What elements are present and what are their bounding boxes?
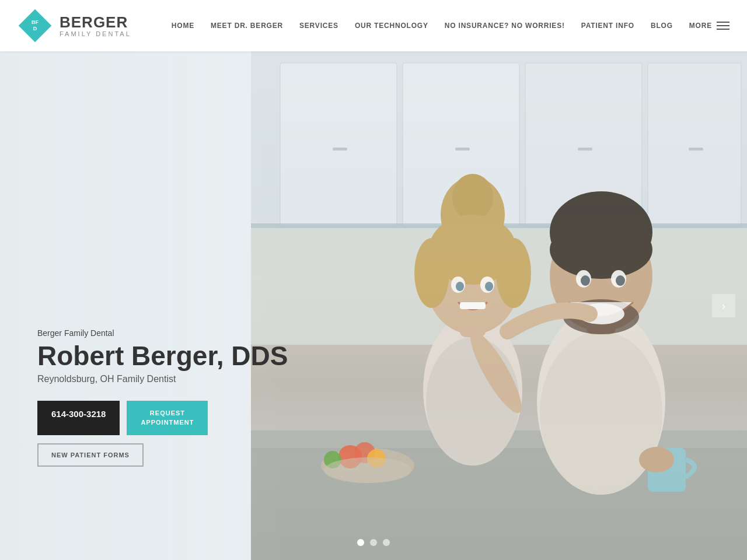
hero-practice-name: Berger Family Dental [37, 328, 288, 338]
hero-location: Reynoldsburg, OH Family Dentist [37, 374, 288, 384]
nav-meet-dr-berger[interactable]: MEET DR. BERGER [211, 22, 283, 30]
new-patient-forms-button[interactable]: NEW PATIENT FORMS [37, 443, 144, 467]
carousel-next-arrow[interactable]: › [712, 294, 735, 317]
svg-point-33 [456, 282, 464, 291]
svg-rect-7 [648, 63, 741, 226]
logo-text: BERGER FAMILY DENTAL [60, 14, 131, 38]
couple-illustration [251, 51, 747, 560]
svg-point-27 [452, 174, 493, 220]
svg-point-47 [616, 275, 625, 286]
nav-services[interactable]: SERVICES [299, 22, 338, 30]
nav-no-insurance[interactable]: NO INSURANCE? NO WORRIES! [445, 22, 565, 30]
nav-home[interactable]: HOME [172, 22, 194, 30]
carousel-dots [357, 539, 390, 546]
hero-image [251, 51, 747, 560]
navbar: BF D BERGER FAMILY DENTAL HOME MEET DR. … [0, 0, 747, 51]
carousel-dot-2[interactable] [370, 539, 377, 546]
svg-text:D: D [33, 26, 37, 32]
svg-rect-8 [333, 148, 347, 150]
logo[interactable]: BF D BERGER FAMILY DENTAL [18, 8, 131, 43]
logo-brand-name: BERGER [60, 14, 131, 31]
logo-sub-name: FAMILY DENTAL [60, 30, 131, 37]
svg-point-38 [540, 331, 662, 495]
nav-patient-info[interactable]: PATIENT INFO [581, 22, 634, 30]
carousel-dot-3[interactable] [383, 539, 390, 546]
svg-point-30 [496, 238, 531, 308]
svg-rect-10 [578, 148, 592, 150]
svg-point-29 [414, 238, 449, 308]
logo-diamond-icon: BF D [18, 8, 53, 43]
hero-overlay [0, 51, 292, 560]
svg-point-46 [581, 275, 590, 286]
svg-point-50 [639, 447, 674, 473]
nav-links: HOME MEET DR. BERGER SERVICES OUR TECHNO… [172, 22, 729, 30]
nav-our-technology[interactable]: OUR TECHNOLOGY [355, 22, 428, 30]
svg-rect-35 [460, 302, 486, 309]
svg-rect-11 [689, 148, 703, 150]
svg-text:BF: BF [32, 19, 39, 25]
phone-button[interactable]: 614-300-3218 [37, 401, 120, 435]
hamburger-menu-icon[interactable] [717, 22, 729, 30]
hero-content: Berger Family Dental Robert Berger, DDS … [37, 328, 288, 467]
nav-blog[interactable]: BLOG [651, 22, 673, 30]
svg-point-42 [550, 220, 652, 279]
carousel-dot-1[interactable] [357, 539, 364, 546]
svg-point-21 [324, 457, 411, 483]
hero-section: Berger Family Dental Robert Berger, DDS … [0, 51, 747, 560]
hero-doctor-name: Robert Berger, DDS [37, 341, 288, 371]
nav-more[interactable]: MORE [689, 22, 712, 30]
request-appointment-button[interactable]: REQUEST APPOINTMENT [127, 401, 208, 435]
svg-rect-4 [280, 63, 397, 226]
hero-buttons: 614-300-3218 REQUEST APPOINTMENT [37, 401, 288, 435]
chevron-right-icon: › [722, 299, 726, 313]
nav-more-area: MORE [689, 22, 729, 30]
svg-point-34 [485, 282, 493, 291]
svg-rect-9 [455, 148, 470, 150]
